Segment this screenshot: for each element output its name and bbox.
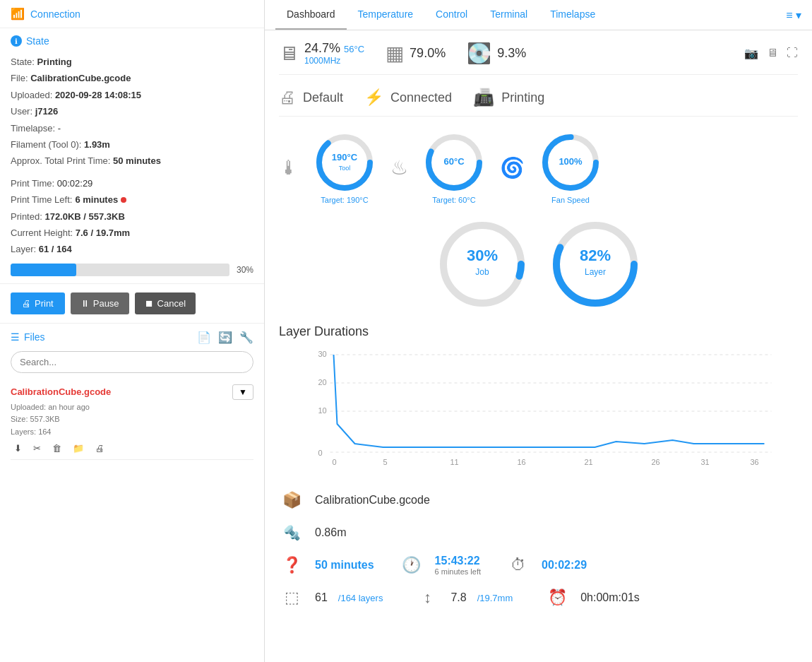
file-name-value: CalibrationCube.gcode [30,73,131,83]
info-clock-time: 15:43:22 [435,555,481,567]
files-actions: 📄 🔄 🔧 [197,331,253,344]
section-title: Layer Durations [279,324,798,339]
print-icon: 🖨 [22,298,31,309]
gauges-row: 🌡 190°C Tool Target: 190°C ♨ 60°C [279,131,798,204]
svg-text:Tool: Tool [339,165,351,172]
job-gauge: 30% Job [436,218,528,310]
filament-label: Filament (Tool 0): [11,139,84,150]
tab-terminal[interactable]: Terminal [479,0,539,30]
svg-text:60°C: 60°C [443,156,465,167]
cube-icon: 📦 [282,491,301,509]
timelapse-value: - [58,123,61,134]
camera-icon: 📷 [744,47,758,60]
file-item-name[interactable]: CalibrationCube.gcode [11,386,111,397]
file-download-button[interactable]: ⬇ [11,442,25,455]
current-height-value: 7.6 / 19.7mm [76,227,130,238]
file-slice-button[interactable]: ✂ [30,442,44,455]
file-size: Size: 557.3KB [11,413,253,426]
sys-right-icons: 📷 🖥 ⛶ [744,47,798,60]
filament-icon-box: 🔩 [279,520,304,545]
layer-label: Layer: [11,244,39,254]
disk-icon: 💽 [467,42,491,65]
svg-text:Job: Job [475,267,489,277]
svg-text:190°C: 190°C [332,152,358,162]
disk-percent: 9.3% [497,46,526,61]
current-height-label: Current Height: [11,227,76,238]
cpu-pct-val: 24.7% [304,41,340,55]
printed-label: Printed: [11,211,44,222]
state-section: ℹ State State: Printing File: Calibratio… [0,28,264,284]
big-gauges-row: 30% Job 82% Layer [279,218,798,310]
clock-group: 🕐 15:43:22 6 minutes left [399,552,481,578]
red-dot [121,197,126,203]
mem-item: ▦ 79.0% [386,42,446,65]
tab-dashboard[interactable]: Dashboard [275,0,347,30]
timelapse-label: Timelapse: [11,123,58,134]
connection-label: Connection [30,8,80,20]
tabs-bar: Dashboard Temperature Control Terminal T… [265,0,812,30]
connection-header: 📶 Connection [0,0,264,28]
print-button[interactable]: 🖨 Print [11,292,65,314]
print-time-label: Print Time: [11,178,57,189]
upload-button[interactable]: 📄 [197,331,211,344]
info-layers-current: 61 [315,591,328,604]
cpu-icon: 🖥 [279,42,299,65]
file-print-button[interactable]: 🖨 [92,442,108,455]
status-printing-label: Printing [501,90,544,105]
progress-row: 30% [11,264,253,276]
tab-temperature[interactable]: Temperature [347,0,425,30]
uploaded-label: Uploaded: [11,90,55,100]
disk-item: 💽 9.3% [467,42,526,65]
elapsed-group: ⏱ 00:02:29 [506,552,587,578]
filament-value: 1.93m [84,139,110,150]
info-filament-row: 🔩 0.86m [279,520,798,545]
print-stats: Print Time: 00:02:29 Print Time Left: 6 … [11,175,253,258]
settings-button[interactable]: 🔧 [239,331,253,344]
svg-text:30: 30 [318,350,327,358]
file-dropdown-button[interactable]: ▼ [232,384,253,400]
info-layer-time: 0h:00m:01s [580,591,640,604]
svg-text:0: 0 [318,449,323,457]
tool-gauge: 190°C Tool Target: 190°C [313,131,376,204]
info-file-row: 📦 CalibrationCube.gcode [279,487,798,513]
layer-value: 61 / 164 [39,244,72,254]
svg-point-10 [443,225,521,303]
svg-text:11: 11 [450,458,459,466]
spool-icon: 🔩 [283,524,301,541]
tab-control[interactable]: Control [424,0,479,30]
files-title: ☰ Files [11,331,197,343]
tab-timelapse[interactable]: Timelapse [539,0,607,30]
file-file-actions: ⬇ ✂ 🗑 📁 🖨 [11,442,253,455]
search-input[interactable] [11,351,253,373]
progress-bar-fill [11,264,76,276]
file-folder-button[interactable]: 📁 [69,442,88,455]
file-delete-button[interactable]: 🗑 [49,442,65,455]
info-layers-row: ⬚ 61 /164 layers ↕ 7.8 /19.7mm ⏰ 0h [279,585,798,610]
layer-gauge-svg: 82% Layer [549,218,641,310]
refresh-button[interactable]: 🔄 [218,331,232,344]
tab-menu[interactable]: ≡ ▾ [786,8,801,22]
file-label: File: [11,73,30,83]
user-label: User: [11,106,35,117]
layer-clock-icon: ⏰ [548,589,567,607]
info-rows: 📦 CalibrationCube.gcode 🔩 0.86m ❓ 50 min… [279,487,798,610]
svg-text:100%: 100% [559,156,583,167]
layer-durations-chart: 30 20 10 0 0 5 11 16 21 26 31 36 [279,346,798,473]
cancel-button[interactable]: ⏹ Cancel [135,292,196,314]
svg-text:20: 20 [318,378,327,386]
left-panel: 📶 Connection ℹ State State: Printing Fil… [0,0,265,662]
action-buttons: 🖨 Print ⏸ Pause ⏹ Cancel [0,284,264,324]
fan-icon: 🌀 [500,156,525,179]
svg-text:0: 0 [333,458,337,466]
print-time-value: 00:02:29 [57,178,93,189]
pause-button[interactable]: ⏸ Pause [71,292,129,314]
svg-text:16: 16 [518,458,526,466]
tool-target: Target: 190°C [321,196,368,204]
info-est-time: 50 minutes [315,559,374,572]
stopwatch-icon-box: ⏱ [506,552,531,578]
file-uploaded: Uploaded: an hour ago [11,401,253,414]
cpu-detail2: 1000MHz [304,56,364,66]
svg-text:10: 10 [318,406,327,415]
layer-clock-icon-box: ⏰ [544,585,570,610]
svg-text:5: 5 [383,458,388,466]
